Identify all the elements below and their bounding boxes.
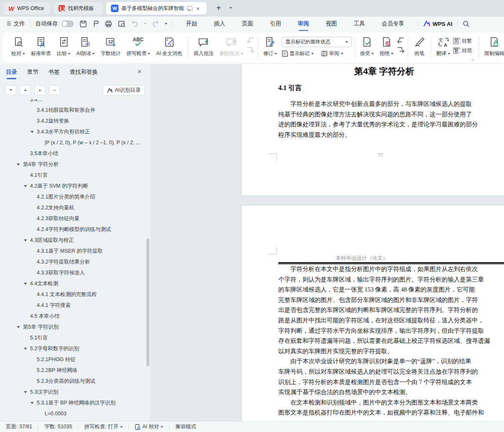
toc-item[interactable]: 4.3区域提取与校正 xyxy=(0,235,146,246)
print-preview-icon[interactable] xyxy=(118,20,126,28)
to-simplified-button[interactable]: 繁→ 转简 xyxy=(453,47,472,54)
menu-tab[interactable]: 工具 xyxy=(350,17,369,30)
compare-button[interactable]: 比较 xyxy=(54,34,73,62)
search-icon[interactable] xyxy=(463,20,469,27)
document-canvas[interactable]: 第4章 字符分析 4.1 引言 字符分析是本次研究中创新点最多的部分，与车牌区域… xyxy=(151,64,504,421)
to-traditional-button[interactable]: 简→ 转繁 xyxy=(453,38,472,45)
ink-brush-button[interactable]: 画笔 xyxy=(411,34,428,62)
toc-item[interactable]: 5.2.2BP 神经网络 xyxy=(0,365,146,376)
ai-recognize-toc-button[interactable]: AI识别目录 xyxy=(103,85,145,95)
sidebar-tab[interactable]: 书签 xyxy=(48,68,60,79)
menu-tab[interactable]: 引用 xyxy=(266,17,285,30)
toc-item[interactable]: 5.1引言 xyxy=(0,332,146,343)
ai-proofread-status[interactable]: AI 校对 xyxy=(129,423,169,430)
toc-item[interactable]: 3.5本章小结 xyxy=(0,148,146,159)
expand-triangle-icon[interactable] xyxy=(30,402,37,404)
menu-tab[interactable]: 页面 xyxy=(238,17,257,30)
show-markup-button[interactable]: 显示标记 xyxy=(282,50,314,57)
menu-tab[interactable]: 插入 xyxy=(210,17,229,30)
file-menu-button[interactable]: ☰ 文件 xyxy=(7,20,25,28)
toc-item[interactable]: 5.3汉字识别 xyxy=(0,387,146,397)
redo-icon[interactable] xyxy=(152,21,159,27)
sidebar-scrollbar-thumb[interactable] xyxy=(146,239,149,366)
dialog-launcher-icon[interactable]: ↘ xyxy=(471,58,474,62)
expand-triangle-icon[interactable] xyxy=(24,391,30,393)
next-revision-icon[interactable] xyxy=(397,47,404,53)
menu-tab[interactable]: 审阅 xyxy=(294,17,313,30)
new-tab-button[interactable]: + xyxy=(214,3,224,13)
toc-item[interactable]: 4.3.1基于 MSER 的字符提取 xyxy=(0,246,146,256)
expand-triangle-icon[interactable] xyxy=(24,239,30,241)
toc-item[interactable]: 4.1引言 xyxy=(0,170,146,181)
review-pane-button[interactable]: 审阅 xyxy=(321,50,343,57)
expand-triangle-icon[interactable] xyxy=(24,185,30,187)
toc-item[interactable]: 5.2.3分类器的训练与测试 xyxy=(0,376,146,387)
expand-triangle-icon[interactable] xyxy=(24,348,30,350)
expand-triangle-icon[interactable] xyxy=(17,326,23,328)
restrict-edit-button[interactable]: 限制编辑 xyxy=(481,34,504,62)
sidebar-tab[interactable]: 目录 xyxy=(6,68,17,79)
toc-expand-button[interactable] xyxy=(20,85,31,95)
toc-item[interactable]: 4.2.3获取特征向量 xyxy=(0,213,146,224)
spell-check-status[interactable]: 拼写检查: 打开 xyxy=(78,423,129,430)
sidebar-close-icon[interactable]: × xyxy=(138,68,141,75)
toc-item[interactable]: 3.4.2旋转变换 xyxy=(0,116,146,126)
output-pdf-icon[interactable] xyxy=(93,20,99,28)
insert-comment-button[interactable]: 插入批注 xyxy=(191,34,217,62)
sidebar-tab[interactable]: 查找和替换 xyxy=(70,68,98,79)
standard-review-button[interactable]: 标准审查 xyxy=(28,34,54,62)
toc-item[interactable]: 第5章 字符识别 xyxy=(0,321,146,332)
undo-history-chevron-icon[interactable] xyxy=(144,23,146,25)
ai-polish-button[interactable]: AI 全文润色 xyxy=(153,34,185,62)
spell-check-button[interactable]: ABC 拼写检查 xyxy=(123,34,153,62)
toc-item[interactable]: 4.4.1 文本检测的完整流程 xyxy=(0,289,146,300)
delete-comment-button[interactable]: 删除批注 xyxy=(217,34,246,62)
sidebar-tab[interactable]: 章节 xyxy=(27,68,38,79)
menu-tab[interactable]: 开始 xyxy=(182,17,202,30)
toc-item[interactable]: 4.2.4字符判断模型的训练与测试 xyxy=(0,224,146,235)
reject-button[interactable]: 拒绝 xyxy=(377,34,396,62)
toc-item[interactable]: |P (x / 2, 0), P (w – x / 2 –1, 0), P (x… xyxy=(0,137,146,148)
screen-share-icon[interactable] xyxy=(187,6,192,11)
next-comment-icon[interactable] xyxy=(247,47,254,53)
quick-toolbar-chevron-icon[interactable] xyxy=(165,23,167,25)
toc-item[interactable]: 第4章 字符分析 xyxy=(0,159,146,170)
toc-collapse-button[interactable] xyxy=(5,85,16,95)
previous-comment-icon[interactable] xyxy=(247,38,254,44)
toc-item[interactable]: 4.4文本检测 xyxy=(0,278,146,289)
toc-item[interactable]: 4.2基于 SVM 的字符判断 xyxy=(0,181,146,191)
ai-read-button[interactable]: AI朗读 xyxy=(73,34,98,62)
undo-icon[interactable] xyxy=(131,21,138,27)
toc-zoom-out-button[interactable]: − xyxy=(49,85,60,95)
print-icon[interactable] xyxy=(105,20,112,27)
toc-item[interactable]: 5.3.1基于 BP 神经网络的汉字识别 xyxy=(0,397,146,408)
expand-triangle-icon[interactable] xyxy=(30,131,37,133)
toc-item[interactable]: 4.2.2支持向量机 xyxy=(0,202,146,213)
toc-item[interactable]: 4.3.3获取字符候选人 xyxy=(0,267,146,278)
page-indicator[interactable]: 页面: 37/81 xyxy=(0,423,38,430)
toc-item[interactable]: 4.5 本章小结 xyxy=(0,311,146,321)
toc-item[interactable]: 5.2.1PHOG 特征 xyxy=(0,354,146,365)
markup-state-dropdown[interactable]: 显示标记的最终状态 xyxy=(282,37,352,47)
toc-item[interactable]: 4.3.2字符提取结果分析 xyxy=(0,256,146,267)
document-page-77[interactable]: 第4章 字符分析 4.1 引言 字符分析是本次研究中创新点最多的部分，与车牌区域… xyxy=(241,64,504,196)
track-changes-button[interactable]: 修订 xyxy=(260,34,280,62)
toc-item[interactable]: 3.4… xyxy=(0,99,146,105)
expand-triangle-icon[interactable] xyxy=(17,163,23,166)
expand-triangle-icon[interactable] xyxy=(24,283,30,285)
toc-item[interactable]: 5.2字母和数字的识别 xyxy=(0,343,146,354)
word-count-indicator[interactable]: 字数: 51035 xyxy=(38,423,78,430)
close-tab-icon[interactable]: × xyxy=(195,5,201,12)
toc-item[interactable]: 3.4.3水平方向剪切校正 xyxy=(0,126,146,137)
toc-item[interactable]: 4.4.1 字符搜索 xyxy=(0,300,146,311)
toc-item[interactable]: 4.2.1图片分类的简单介绍 xyxy=(0,191,146,202)
tab-wps-home[interactable]: W WPS Office xyxy=(3,2,50,15)
wps-ai-button[interactable]: WPS AI xyxy=(423,21,453,27)
save-icon[interactable] xyxy=(80,20,87,28)
tab-docer-templates[interactable]: 找稻壳模板 xyxy=(53,2,103,15)
tab-list-chevron-icon[interactable] xyxy=(229,7,232,9)
autosave-toggle[interactable] xyxy=(61,20,74,27)
previous-revision-icon[interactable] xyxy=(397,38,404,44)
proofread-button[interactable]: 校对 xyxy=(8,34,28,62)
toc-item[interactable]: L=0.0003 xyxy=(0,408,146,419)
